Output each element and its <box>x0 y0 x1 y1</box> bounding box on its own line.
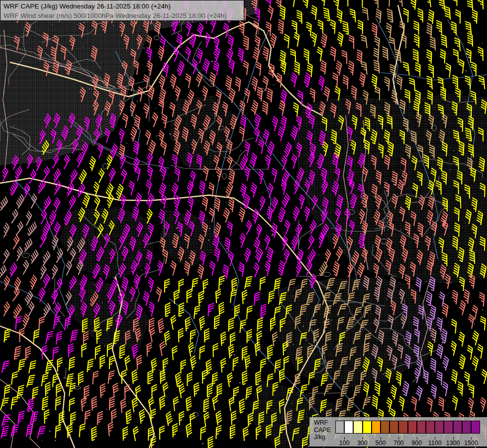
wind-barb <box>160 396 166 410</box>
wind-barb <box>480 316 486 330</box>
wind-barb <box>230 289 237 304</box>
wind-barb <box>451 369 458 384</box>
wind-barb <box>362 7 368 21</box>
wind-barb <box>383 47 388 61</box>
map-speck <box>21 350 22 351</box>
wind-barb <box>27 275 38 289</box>
wind-barb <box>109 396 115 410</box>
map-speck <box>89 88 90 90</box>
map-speck <box>77 24 78 25</box>
wind-barb <box>317 261 328 276</box>
weather-map-screen: WRF CAPE (J/kg) Wednesday 26-11-2025 18:… <box>0 0 487 448</box>
wind-barb <box>124 356 132 370</box>
map-speck <box>148 255 149 255</box>
wind-barb <box>60 155 71 169</box>
wind-barb <box>18 411 24 425</box>
wind-barb <box>231 411 237 425</box>
wind-barb <box>270 116 278 131</box>
legend-cell <box>426 421 435 434</box>
wind-barb <box>470 305 478 320</box>
wind-barb <box>168 261 177 275</box>
map-speck <box>384 212 385 213</box>
wind-barb <box>277 261 285 275</box>
map-speck <box>331 320 332 321</box>
map-speck <box>310 12 310 14</box>
wind-barb <box>188 372 193 386</box>
wind-barb <box>221 332 227 346</box>
road-line <box>393 5 404 105</box>
wind-barb <box>68 343 74 357</box>
wind-barb <box>265 0 271 7</box>
wind-barb <box>303 49 309 63</box>
wind-barb <box>173 168 180 182</box>
legend-cell <box>444 421 453 434</box>
wind-barb <box>37 210 48 224</box>
map-speck <box>69 156 71 156</box>
wind-barb <box>215 411 222 425</box>
wind-barb <box>48 290 59 304</box>
wind-barb <box>384 0 389 6</box>
wind-barb <box>12 247 24 261</box>
wind-barb <box>454 37 460 51</box>
map-speck <box>292 403 292 404</box>
wind-barb <box>292 103 298 117</box>
wind-barb <box>242 290 248 304</box>
legend-cell <box>372 421 381 434</box>
wind-barb <box>342 50 347 64</box>
map-speck <box>317 33 317 33</box>
wind-barb <box>71 412 76 426</box>
wind-barb <box>156 130 165 145</box>
wind-barb <box>1 425 8 440</box>
map-speck <box>387 299 387 300</box>
legend-cell <box>344 421 353 434</box>
wind-barb <box>348 61 354 75</box>
wind-barb <box>239 116 246 130</box>
map-speck <box>20 164 21 165</box>
wind-barb <box>472 10 477 24</box>
wind-barb <box>142 130 152 144</box>
map-speck <box>91 88 92 90</box>
wind-barb <box>358 20 363 34</box>
wind-barb <box>81 193 91 208</box>
legend-cell <box>390 421 398 434</box>
wind-barb <box>225 251 234 266</box>
wind-barb <box>276 126 285 141</box>
wind-barb <box>357 0 363 7</box>
map-speck <box>254 36 255 36</box>
wind-barb <box>158 88 166 103</box>
wind-barb <box>343 0 348 6</box>
legend-label-line: J/kg <box>314 434 331 441</box>
wind-barb <box>111 409 117 423</box>
wind-barb <box>0 302 11 316</box>
wind-barb <box>29 360 36 374</box>
wind-barb <box>1 413 10 428</box>
wind-barb <box>176 61 185 75</box>
wind-barb <box>227 373 234 387</box>
wind-barb <box>208 73 216 87</box>
wind-barb <box>430 37 435 51</box>
wind-barb <box>262 47 269 61</box>
wind-barb <box>131 274 141 289</box>
wind-barb <box>198 181 205 195</box>
wind-barb <box>211 47 220 61</box>
wind-barb <box>6 263 18 277</box>
wind-barb <box>57 358 63 372</box>
wind-barb <box>219 276 225 290</box>
wind-barb <box>190 355 197 370</box>
wind-barb <box>290 73 297 87</box>
map-speck <box>176 227 178 229</box>
wind-barb <box>217 384 222 398</box>
legend-cell <box>408 421 417 434</box>
wind-barb <box>450 319 457 333</box>
wind-barb <box>288 154 297 169</box>
wind-barb <box>453 49 458 63</box>
wind-barb <box>242 371 248 385</box>
wind-barb <box>108 422 114 436</box>
wind-barb <box>251 21 259 35</box>
wind-barb <box>289 0 295 7</box>
wind-barb <box>25 170 37 184</box>
wind-barb <box>108 370 114 384</box>
wind-barb <box>158 319 165 333</box>
wind-barb <box>92 397 97 411</box>
map-speck <box>43 251 43 251</box>
